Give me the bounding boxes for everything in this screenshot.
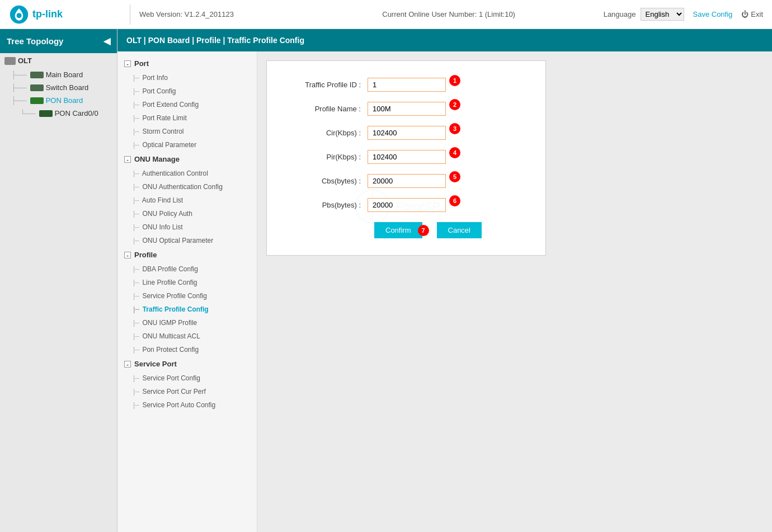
main-form-area: Traffic Profile ID : 1 Profile Name : 2 … — [257, 51, 772, 532]
input-cir[interactable] — [368, 126, 446, 140]
nav-item-optical-parameter[interactable]: |-- Optical Parameter — [117, 138, 257, 152]
input-traffic-profile-id[interactable] — [368, 78, 446, 92]
switch-board-icon — [30, 84, 44, 91]
tree-branch-icon-4: └── — [20, 109, 36, 117]
brand-name: tp-link — [32, 8, 63, 20]
logo: tp-link — [9, 4, 121, 25]
sidebar-collapse-button[interactable]: ◀ — [103, 36, 110, 46]
badge-7: 7 — [418, 225, 429, 236]
web-version: Web Version: V1.2.4_201123 — [139, 10, 294, 18]
nav-section-profile-label: Profile — [134, 251, 157, 259]
input-pir[interactable] — [368, 150, 446, 164]
nav-item-onu-info-list[interactable]: |-- ONU Info List — [117, 220, 257, 234]
nav-item-service-port-cur-perf[interactable]: |-- Service Port Cur Perf — [117, 385, 257, 398]
tplink-logo-icon — [9, 4, 29, 25]
nav-item-auth-control[interactable]: |-- Authentication Control — [117, 167, 257, 180]
nav-item-auto-find-list[interactable]: |-- Auto Find List — [117, 194, 257, 207]
nav-section-icon-port: - — [124, 60, 131, 67]
sidebar-header: Tree Topology ◀ — [0, 29, 117, 53]
nav-item-port-extend-config[interactable]: |-- Port Extend Config — [117, 98, 257, 111]
tree-node-pon-card[interactable]: └── PON Card0/0 — [0, 107, 117, 120]
form-row-profile-name: Profile Name : 2 — [278, 102, 523, 116]
svg-point-1 — [17, 13, 22, 18]
nav-item-port-config[interactable]: |-- Port Config — [117, 84, 257, 98]
save-config-link[interactable]: Save Config — [693, 10, 733, 18]
nav-section-service-port[interactable]: - Service Port — [117, 356, 257, 371]
olt-label: OLT — [18, 57, 32, 65]
nav-section-onu-manage[interactable]: - ONU Manage — [117, 152, 257, 167]
tree-branch-icon-2: ├── — [11, 83, 27, 92]
left-nav: - Port |-- Port Info |-- Port Config |--… — [117, 51, 257, 532]
pon-card-label: PON Card0/0 — [55, 109, 98, 117]
power-icon: ⏻ — [741, 10, 749, 18]
main-board-icon — [30, 72, 44, 78]
nav-section-port[interactable]: - Port — [117, 56, 257, 71]
form-row-traffic-profile-id: Traffic Profile ID : 1 — [278, 78, 523, 92]
tree-branch-icon: ├── — [11, 70, 27, 79]
badge-4: 4 — [449, 147, 460, 158]
switch-board-label: Switch Board — [46, 83, 89, 92]
nav-item-service-port-auto-config[interactable]: |-- Service Port Auto Config — [117, 398, 257, 412]
nav-item-pon-protect[interactable]: |-- Pon Protect Config — [117, 343, 257, 356]
online-users: Current Online User Number: 1 (Limit:10) — [294, 10, 604, 18]
header: tp-link Web Version: V1.2.4_201123 Curre… — [0, 0, 772, 29]
label-traffic-profile-id: Traffic Profile ID : — [278, 81, 368, 89]
nav-item-line-profile[interactable]: |-- Line Profile Config — [117, 276, 257, 289]
tree-node-pon-board[interactable]: ├── PON Board — [0, 94, 117, 107]
form-card: Traffic Profile ID : 1 Profile Name : 2 … — [266, 60, 546, 256]
input-cbs[interactable] — [368, 174, 446, 188]
cancel-button[interactable]: Cancel — [437, 222, 482, 238]
tree-node-olt[interactable]: OLT — [0, 53, 117, 68]
breadcrumb: OLT | PON Board | Profile | Traffic Prof… — [117, 29, 772, 51]
nav-item-onu-auth-config[interactable]: |-- ONU Authentication Config — [117, 180, 257, 194]
nav-item-port-info[interactable]: |-- Port Info — [117, 71, 257, 84]
nav-section-profile[interactable]: - Profile — [117, 247, 257, 262]
nav-item-onu-policy-auth[interactable]: |-- ONU Policy Auth — [117, 207, 257, 220]
language-label: Language — [604, 10, 636, 18]
badge-2: 2 — [449, 99, 460, 110]
label-cbs: Cbs(bytes) : — [278, 177, 368, 185]
nav-item-onu-optical-param[interactable]: |-- ONU Optical Parameter — [117, 234, 257, 247]
pon-board-icon — [30, 97, 44, 104]
nav-item-onu-multicast[interactable]: |-- ONU Multicast ACL — [117, 329, 257, 343]
language-selector: Language English Chinese — [604, 8, 684, 21]
main-board-label: Main Board — [46, 70, 83, 79]
nav-section-port-label: Port — [134, 59, 149, 68]
input-profile-name[interactable] — [368, 102, 446, 116]
form-row-cbs: Cbs(bytes) : 5 — [278, 174, 523, 188]
badge-1: 1 — [449, 75, 460, 86]
form-row-cir: Cir(Kbps) : 3 — [278, 126, 523, 140]
nav-item-onu-igmp[interactable]: |-- ONU IGMP Profile — [117, 316, 257, 329]
badge-5: 5 — [449, 171, 460, 182]
nav-section-onu-label: ONU Manage — [134, 155, 180, 163]
pon-card-icon — [39, 110, 53, 117]
sidebar: Tree Topology ◀ OLT ├── Main Board ├── S… — [0, 29, 117, 532]
header-divider — [130, 4, 130, 25]
content-body: - Port |-- Port Info |-- Port Config |--… — [117, 51, 772, 532]
language-select[interactable]: English Chinese — [641, 8, 684, 21]
badge-3: 3 — [449, 123, 460, 134]
input-pbs[interactable] — [368, 198, 446, 212]
main-layout: Tree Topology ◀ OLT ├── Main Board ├── S… — [0, 29, 772, 532]
nav-section-icon-onu: - — [124, 156, 131, 163]
nav-item-port-rate-limit[interactable]: |-- Port Rate Limit — [117, 111, 257, 125]
olt-icon — [4, 57, 16, 65]
badge-6: 6 — [449, 195, 460, 206]
form-row-pir: Pir(Kbps) : 4 — [278, 150, 523, 164]
tree-node-switch-board[interactable]: ├── Switch Board — [0, 81, 117, 94]
tree-node-main-board[interactable]: ├── Main Board — [0, 68, 117, 81]
form-row-pbs: Pbs(bytes) : 6 — [278, 198, 523, 212]
label-cir: Cir(Kbps) : — [278, 129, 368, 137]
label-profile-name: Profile Name : — [278, 105, 368, 113]
confirm-button[interactable]: Confirm — [374, 222, 422, 238]
nav-item-traffic-profile[interactable]: |-- Traffic Profile Config — [117, 303, 257, 316]
exit-label: Exit — [751, 10, 763, 18]
nav-section-icon-service-port: - — [124, 361, 131, 368]
nav-item-service-profile[interactable]: |-- Service Profile Config — [117, 289, 257, 303]
nav-item-service-port-config[interactable]: |-- Service Port Config — [117, 371, 257, 385]
sidebar-title: Tree Topology — [7, 36, 63, 46]
button-row: Confirm 7 Cancel — [278, 222, 523, 238]
exit-button[interactable]: ⏻ Exit — [741, 10, 763, 18]
nav-item-dba-profile[interactable]: |-- DBA Profile Config — [117, 262, 257, 276]
nav-item-storm-control[interactable]: |-- Storm Control — [117, 125, 257, 138]
